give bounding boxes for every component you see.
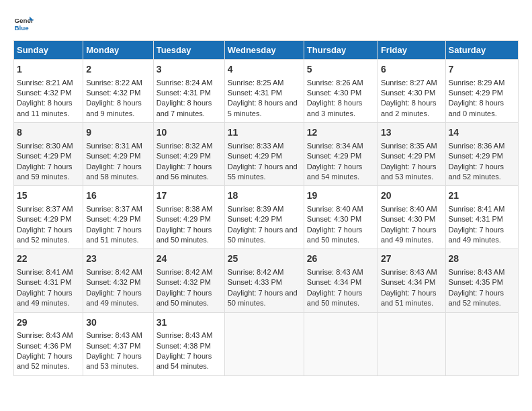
calendar-cell: 20Sunrise: 8:40 AMSunset: 4:30 PMDayligh… [378, 186, 445, 249]
sunrise: Sunrise: 8:30 AM [17, 142, 73, 150]
calendar-cell: 27Sunrise: 8:43 AMSunset: 4:34 PMDayligh… [378, 249, 445, 312]
sunset: Sunset: 4:29 PM [86, 152, 140, 160]
day-number: 14 [449, 126, 515, 140]
sunrise: Sunrise: 8:22 AM [86, 79, 142, 87]
day-header-saturday: Saturday [445, 41, 518, 60]
calendar-cell: 2Sunrise: 8:22 AMSunset: 4:32 PMDaylight… [83, 60, 153, 123]
day-number: 12 [307, 126, 375, 140]
calendar-cell: 10Sunrise: 8:32 AMSunset: 4:29 PMDayligh… [153, 123, 224, 186]
sunset: Sunset: 4:34 PM [381, 278, 435, 286]
sunrise: Sunrise: 8:37 AM [86, 205, 142, 213]
day-header-thursday: Thursday [304, 41, 378, 60]
day-header-wednesday: Wednesday [224, 41, 304, 60]
daylight: Daylight: 7 hours and 52 minutes. [17, 352, 73, 370]
calendar-cell [224, 312, 304, 375]
day-number: 2 [86, 63, 150, 77]
sunset: Sunset: 4:32 PM [157, 278, 211, 286]
sunset: Sunset: 4:32 PM [86, 89, 140, 97]
week-row-4: 22Sunrise: 8:41 AMSunset: 4:31 PMDayligh… [14, 249, 519, 312]
sunset: Sunset: 4:30 PM [307, 89, 361, 97]
calendar-cell: 30Sunrise: 8:43 AMSunset: 4:37 PMDayligh… [83, 312, 153, 375]
daylight: Daylight: 7 hours and 52 minutes. [449, 163, 504, 181]
calendar-cell: 15Sunrise: 8:37 AMSunset: 4:29 PMDayligh… [14, 186, 83, 249]
sunrise: Sunrise: 8:29 AM [449, 79, 505, 87]
daylight: Daylight: 7 hours and 59 minutes. [17, 163, 73, 181]
day-header-tuesday: Tuesday [153, 41, 224, 60]
day-number: 28 [449, 253, 515, 266]
sunset: Sunset: 4:30 PM [381, 89, 435, 97]
sunset: Sunset: 4:36 PM [17, 342, 71, 350]
day-number: 5 [307, 63, 375, 77]
day-number: 20 [381, 189, 443, 203]
calendar-header: SundayMondayTuesdayWednesdayThursdayFrid… [14, 41, 519, 60]
calendar-cell: 23Sunrise: 8:42 AMSunset: 4:32 PMDayligh… [83, 249, 153, 312]
calendar-cell: 13Sunrise: 8:35 AMSunset: 4:29 PMDayligh… [378, 123, 445, 186]
day-number: 1 [17, 63, 80, 77]
daylight: Daylight: 7 hours and 49 minutes. [381, 226, 437, 244]
calendar-cell [378, 312, 445, 375]
daylight: Daylight: 7 hours and 50 minutes. [307, 289, 363, 307]
day-number: 15 [17, 189, 80, 203]
sunrise: Sunrise: 8:36 AM [449, 142, 505, 150]
calendar-cell [304, 312, 378, 375]
sunrise: Sunrise: 8:38 AM [157, 205, 213, 213]
week-row-1: 1Sunrise: 8:21 AMSunset: 4:32 PMDaylight… [14, 60, 519, 123]
daylight: Daylight: 7 hours and 54 minutes. [307, 163, 363, 181]
sunrise: Sunrise: 8:42 AM [228, 268, 284, 276]
sunset: Sunset: 4:29 PM [228, 152, 282, 160]
daylight: Daylight: 7 hours and 52 minutes. [17, 226, 73, 244]
daylight: Daylight: 7 hours and 56 minutes. [157, 163, 212, 181]
day-number: 21 [449, 189, 515, 203]
calendar-cell: 21Sunrise: 8:41 AMSunset: 4:31 PMDayligh… [445, 186, 518, 249]
sunrise: Sunrise: 8:43 AM [86, 331, 142, 339]
day-header-friday: Friday [378, 41, 445, 60]
calendar-table: SundayMondayTuesdayWednesdayThursdayFrid… [13, 40, 519, 376]
day-header-sunday: Sunday [14, 41, 83, 60]
day-number: 4 [228, 63, 301, 77]
day-number: 22 [17, 253, 80, 266]
sunrise: Sunrise: 8:43 AM [17, 331, 73, 339]
sunrise: Sunrise: 8:42 AM [86, 268, 142, 276]
sunrise: Sunrise: 8:40 AM [381, 205, 437, 213]
day-number: 8 [17, 126, 80, 140]
sunrise: Sunrise: 8:40 AM [307, 205, 363, 213]
sunset: Sunset: 4:35 PM [449, 278, 503, 286]
sunset: Sunset: 4:34 PM [307, 278, 361, 286]
day-number: 18 [228, 189, 301, 203]
daylight: Daylight: 7 hours and 55 minutes. [228, 163, 298, 181]
daylight: Daylight: 8 hours and 9 minutes. [86, 99, 142, 117]
calendar-cell: 5Sunrise: 8:26 AMSunset: 4:30 PMDaylight… [304, 60, 378, 123]
sunrise: Sunrise: 8:25 AM [228, 79, 284, 87]
sunset: Sunset: 4:31 PM [228, 89, 282, 97]
day-number: 26 [307, 253, 375, 266]
sunrise: Sunrise: 8:24 AM [157, 79, 213, 87]
daylight: Daylight: 7 hours and 51 minutes. [381, 289, 437, 307]
calendar-cell: 8Sunrise: 8:30 AMSunset: 4:29 PMDaylight… [14, 123, 83, 186]
day-number: 17 [157, 189, 222, 203]
day-number: 24 [157, 253, 222, 266]
daylight: Daylight: 8 hours and 3 minutes. [307, 99, 363, 117]
calendar-cell: 25Sunrise: 8:42 AMSunset: 4:33 PMDayligh… [224, 249, 304, 312]
calendar-cell: 22Sunrise: 8:41 AMSunset: 4:31 PMDayligh… [14, 249, 83, 312]
sunrise: Sunrise: 8:34 AM [307, 142, 363, 150]
daylight: Daylight: 8 hours and 5 minutes. [228, 99, 298, 117]
page-header: GeneralBlue [13, 13, 519, 34]
calendar-cell: 26Sunrise: 8:43 AMSunset: 4:34 PMDayligh… [304, 249, 378, 312]
calendar-cell: 31Sunrise: 8:43 AMSunset: 4:38 PMDayligh… [153, 312, 224, 375]
calendar-cell: 6Sunrise: 8:27 AMSunset: 4:30 PMDaylight… [378, 60, 445, 123]
sunset: Sunset: 4:29 PM [307, 152, 361, 160]
day-number: 3 [157, 63, 222, 77]
day-number: 10 [157, 126, 222, 140]
sunrise: Sunrise: 8:43 AM [157, 331, 213, 339]
calendar-cell: 16Sunrise: 8:37 AMSunset: 4:29 PMDayligh… [83, 186, 153, 249]
day-number: 23 [86, 253, 150, 266]
day-number: 29 [17, 316, 80, 330]
sunrise: Sunrise: 8:32 AM [157, 142, 213, 150]
calendar-cell: 12Sunrise: 8:34 AMSunset: 4:29 PMDayligh… [304, 123, 378, 186]
sunset: Sunset: 4:29 PM [17, 152, 71, 160]
calendar-cell: 19Sunrise: 8:40 AMSunset: 4:30 PMDayligh… [304, 186, 378, 249]
daylight: Daylight: 7 hours and 50 minutes. [157, 289, 212, 307]
day-number: 11 [228, 126, 301, 140]
daylight: Daylight: 8 hours and 0 minutes. [449, 99, 504, 117]
sunrise: Sunrise: 8:35 AM [381, 142, 437, 150]
